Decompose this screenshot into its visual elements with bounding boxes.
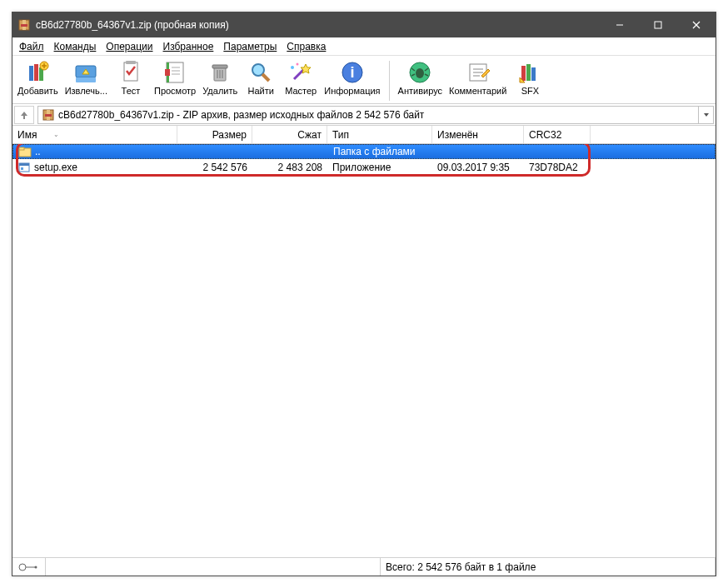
- view-icon: [162, 59, 188, 86]
- trash-icon: [207, 59, 233, 86]
- find-button[interactable]: Найти: [241, 57, 281, 97]
- test-icon: [117, 59, 144, 86]
- parent-folder-row[interactable]: .. Папка с файлами: [12, 144, 716, 159]
- folder-up-icon: [18, 145, 32, 158]
- svg-rect-46: [526, 64, 531, 81]
- sort-indicator-icon: ⌄: [53, 131, 59, 138]
- svg-text:i: i: [350, 64, 354, 81]
- column-header-size[interactable]: Размер: [177, 126, 252, 143]
- sfx-button[interactable]: SFX: [510, 57, 550, 97]
- wand-icon: [287, 59, 314, 86]
- address-dropdown-button[interactable]: [699, 106, 714, 124]
- svg-rect-50: [45, 114, 52, 117]
- menu-operations[interactable]: Операции: [102, 39, 156, 54]
- status-left: [46, 558, 381, 576]
- file-size: 2 542 576: [177, 162, 252, 173]
- info-button[interactable]: i Информация: [321, 57, 383, 97]
- comment-button[interactable]: Комментарий: [446, 57, 510, 97]
- file-name: setup.exe: [34, 162, 77, 173]
- column-header-type[interactable]: Тип: [327, 126, 432, 143]
- svg-rect-52: [19, 147, 24, 150]
- file-modified: 09.03.2017 9:35: [432, 162, 524, 173]
- add-button[interactable]: Добавить: [14, 57, 62, 97]
- svg-rect-54: [19, 163, 29, 166]
- view-button[interactable]: Просмотр: [151, 57, 199, 97]
- status-lock-icon-cell: [12, 558, 46, 576]
- svg-rect-45: [521, 66, 526, 81]
- comment-icon: [465, 59, 491, 86]
- file-row-setup[interactable]: setup.exe 2 542 576 2 483 208 Приложение…: [12, 159, 716, 176]
- svg-rect-24: [212, 65, 227, 68]
- column-header-modified[interactable]: Изменён: [432, 126, 524, 143]
- svg-rect-47: [531, 67, 536, 81]
- menu-commands[interactable]: Команды: [51, 39, 100, 54]
- svg-rect-2: [21, 24, 27, 27]
- test-button[interactable]: Тест: [111, 57, 151, 97]
- address-field[interactable]: cB6d27780b_64367v1.zip - ZIP архив, разм…: [37, 106, 699, 124]
- archive-icon: [42, 108, 55, 122]
- status-total: Всего: 2 542 576 байт в 1 файле: [381, 558, 716, 576]
- menu-favorites[interactable]: Избранное: [160, 39, 217, 54]
- toolbar-separator: [389, 61, 390, 101]
- search-icon: [247, 59, 274, 86]
- parent-folder-name: ..: [35, 146, 41, 157]
- info-icon: i: [339, 59, 366, 86]
- svg-rect-55: [21, 167, 23, 170]
- column-header-name[interactable]: Имя⌄: [12, 126, 177, 143]
- svg-rect-7: [29, 66, 33, 81]
- svg-point-32: [297, 63, 299, 66]
- svg-point-31: [291, 66, 294, 69]
- file-crc: 73D78DA2: [524, 162, 591, 173]
- column-header-packed[interactable]: Сжат: [252, 126, 327, 143]
- svg-point-36: [416, 68, 424, 78]
- address-text: cB6d27780b_64367v1.zip - ZIP архив, разм…: [58, 109, 424, 121]
- extract-button[interactable]: Извлечь...: [62, 57, 111, 97]
- menu-options[interactable]: Параметры: [220, 39, 280, 54]
- parent-folder-type: Папка с файлами: [328, 146, 433, 157]
- svg-rect-14: [76, 77, 96, 82]
- svg-line-29: [262, 74, 269, 81]
- svg-rect-4: [655, 22, 661, 28]
- svg-point-28: [252, 64, 264, 76]
- maximize-button[interactable]: [639, 12, 677, 37]
- exe-icon: [17, 161, 31, 174]
- up-one-level-button[interactable]: [14, 106, 34, 124]
- svg-rect-19: [165, 69, 170, 76]
- svg-rect-8: [34, 64, 38, 81]
- close-button[interactable]: [677, 12, 716, 37]
- bug-icon: [406, 59, 433, 86]
- books-add-icon: [24, 59, 51, 86]
- disk-icon: [17, 561, 37, 573]
- sfx-icon: [516, 59, 543, 86]
- menu-help[interactable]: Справка: [283, 39, 329, 54]
- file-packed: 2 483 208: [252, 162, 327, 173]
- file-type: Приложение: [327, 162, 432, 173]
- delete-button[interactable]: Удалить: [199, 57, 241, 97]
- svg-rect-16: [126, 61, 136, 64]
- extract-icon: [72, 59, 99, 86]
- window-title: cB6d27780b_64367v1.zip (пробная копия): [36, 19, 601, 31]
- app-icon: [17, 18, 31, 32]
- virus-button[interactable]: Антивирус: [395, 57, 446, 97]
- wizard-button[interactable]: Мастер: [281, 57, 321, 97]
- column-header-crc[interactable]: CRC32: [524, 126, 591, 143]
- minimize-button[interactable]: [601, 12, 639, 37]
- svg-point-58: [35, 566, 37, 568]
- svg-point-56: [19, 564, 26, 571]
- menu-file[interactable]: Файл: [16, 39, 47, 54]
